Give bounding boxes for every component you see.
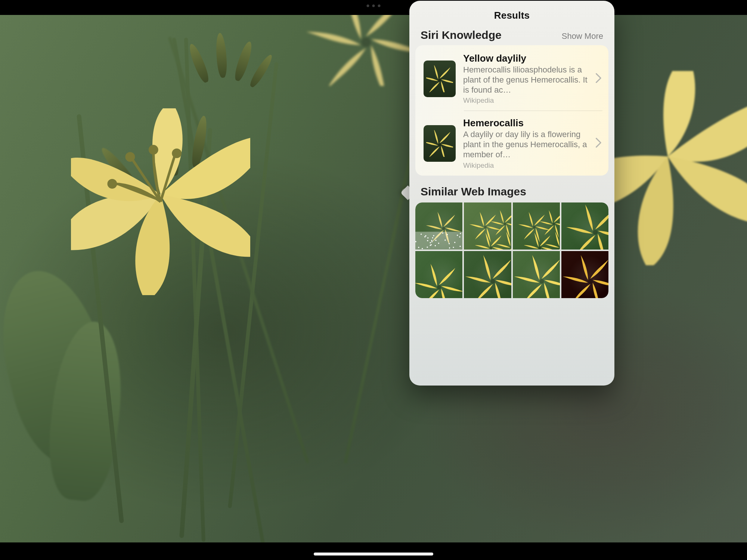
- results-panel: Results Siri Knowledge Show More Yellow …: [409, 1, 614, 386]
- svg-point-17: [433, 235, 434, 236]
- svg-point-32: [432, 237, 433, 238]
- siri-knowledge-card: Yellow daylily Hemerocallis lilioasphode…: [415, 45, 608, 176]
- svg-point-7: [457, 235, 458, 236]
- svg-point-4: [173, 150, 180, 157]
- knowledge-item-source: Wikipedia: [463, 161, 588, 170]
- similar-images-grid: [415, 202, 608, 298]
- similar-image[interactable]: [464, 202, 511, 250]
- svg-point-33: [442, 232, 443, 233]
- similar-image[interactable]: [415, 251, 462, 298]
- svg-point-1: [109, 180, 116, 187]
- svg-point-34: [424, 236, 425, 237]
- similar-image[interactable]: [464, 251, 511, 298]
- svg-point-3: [150, 146, 157, 153]
- svg-point-28: [447, 234, 448, 235]
- siri-knowledge-title: Siri Knowledge: [421, 29, 502, 41]
- svg-point-8: [444, 239, 446, 241]
- knowledge-item-hemerocallis[interactable]: Hemerocallis A daylily or day lily is a …: [415, 111, 608, 175]
- multitask-dots[interactable]: [367, 4, 381, 7]
- svg-point-12: [427, 237, 428, 238]
- svg-rect-5: [415, 232, 462, 250]
- svg-point-25: [435, 239, 436, 241]
- knowledge-item-title: Yellow daylily: [463, 53, 588, 64]
- chevron-right-icon: [596, 138, 602, 149]
- svg-point-23: [435, 245, 436, 246]
- similar-image[interactable]: [415, 202, 462, 250]
- svg-point-18: [460, 233, 461, 234]
- flower-icon: [424, 125, 456, 162]
- svg-point-26: [421, 233, 422, 235]
- show-more-button[interactable]: Show More: [562, 31, 603, 41]
- similar-image[interactable]: [513, 202, 560, 250]
- svg-point-2: [127, 153, 134, 160]
- photo-background: [0, 15, 747, 542]
- svg-point-30: [427, 240, 428, 241]
- knowledge-item-title: Hemerocallis: [463, 117, 588, 129]
- similar-images-title: Similar Web Images: [409, 176, 614, 202]
- svg-point-22: [459, 236, 460, 237]
- similar-image[interactable]: [561, 202, 608, 250]
- svg-point-29: [430, 242, 431, 243]
- knowledge-item-yellow-daylily[interactable]: Yellow daylily Hemerocallis lilioasphode…: [415, 45, 608, 111]
- svg-point-20: [453, 247, 454, 248]
- svg-point-16: [459, 246, 461, 247]
- svg-point-11: [418, 247, 419, 248]
- svg-point-14: [431, 240, 432, 241]
- svg-point-21: [427, 247, 428, 248]
- svg-point-15: [425, 235, 426, 236]
- svg-point-31: [431, 244, 432, 245]
- knowledge-item-desc: Hemerocallis lilioasphodelus is a plant …: [463, 65, 588, 95]
- svg-point-9: [431, 241, 433, 242]
- home-indicator[interactable]: [314, 553, 433, 556]
- siri-knowledge-header: Siri Knowledge Show More: [409, 27, 614, 45]
- svg-point-6: [449, 243, 450, 244]
- knowledge-item-desc: A daylily or day lily is a flowering pla…: [463, 130, 588, 160]
- flower-main: [71, 108, 250, 295]
- similar-image[interactable]: [561, 251, 608, 298]
- svg-point-13: [449, 247, 450, 248]
- svg-point-24: [422, 248, 423, 249]
- chevron-right-icon: [596, 73, 602, 84]
- svg-point-19: [438, 242, 439, 244]
- panel-title: Results: [409, 1, 614, 27]
- svg-point-35: [454, 242, 455, 243]
- flower-icon: [424, 61, 456, 97]
- knowledge-item-source: Wikipedia: [463, 96, 588, 105]
- similar-image[interactable]: [513, 251, 560, 298]
